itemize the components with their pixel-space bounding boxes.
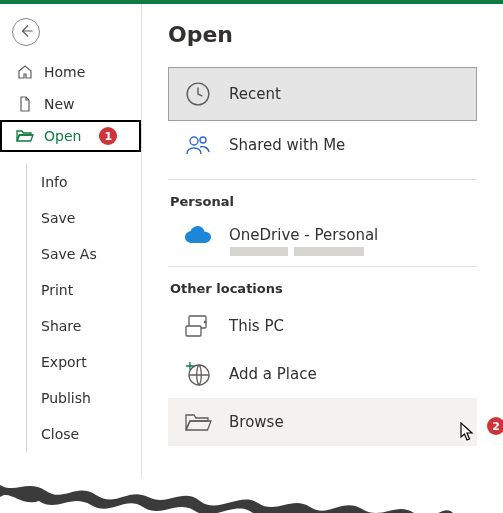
nav-save[interactable]: Save (27, 200, 141, 236)
location-browse[interactable]: Browse (168, 398, 477, 446)
nav-label: Home (44, 64, 85, 80)
cloud-icon (183, 226, 213, 244)
nav-info[interactable]: Info (27, 164, 141, 200)
nav-publish[interactable]: Publish (27, 380, 141, 416)
nav-new[interactable]: New (0, 88, 141, 120)
svg-point-1 (190, 137, 198, 145)
home-icon (16, 63, 34, 81)
nav-share[interactable]: Share (27, 308, 141, 344)
nav-close[interactable]: Close (27, 416, 141, 452)
onedrive-account-redacted (230, 247, 477, 256)
location-label: Recent (229, 85, 281, 103)
location-label: This PC (229, 317, 284, 335)
document-icon (16, 95, 34, 113)
main-panel: Open Recent Shared with Me Personal OneD… (142, 4, 503, 513)
section-personal: Personal (170, 194, 477, 209)
arrow-left-icon (19, 24, 33, 41)
callout-badge-2: 2 (487, 417, 503, 435)
nav-label: Print (41, 282, 73, 298)
folder-open-icon (16, 127, 34, 145)
nav-label: Share (41, 318, 81, 334)
globe-plus-icon (183, 361, 213, 387)
nav-label: Close (41, 426, 79, 442)
location-label: Browse (229, 413, 284, 431)
nav-home[interactable]: Home (0, 56, 141, 88)
sidebar-more-group: Info Save Save As Print Share Export Pub… (26, 164, 141, 452)
pc-icon (183, 315, 213, 337)
nav-label: Open (44, 128, 81, 144)
back-button[interactable] (12, 18, 40, 46)
location-shared[interactable]: Shared with Me (168, 121, 477, 169)
people-icon (183, 134, 213, 156)
nav-export[interactable]: Export (27, 344, 141, 380)
sidebar: Home New Open 1 Info Save Save As Print … (0, 4, 142, 513)
divider (168, 266, 477, 267)
location-recent[interactable]: Recent (168, 67, 477, 121)
page-title: Open (168, 22, 477, 47)
nav-label: New (44, 96, 75, 112)
clock-icon (183, 81, 213, 107)
location-label: Add a Place (229, 365, 317, 383)
location-label: OneDrive - Personal (229, 226, 378, 244)
location-label: Shared with Me (229, 136, 345, 154)
section-other: Other locations (170, 281, 477, 296)
divider (168, 179, 477, 180)
nav-open[interactable]: Open 1 (0, 120, 141, 152)
nav-label: Info (41, 174, 68, 190)
nav-label: Export (41, 354, 87, 370)
nav-save-as[interactable]: Save As (27, 236, 141, 272)
nav-label: Save As (41, 246, 97, 262)
nav-print[interactable]: Print (27, 272, 141, 308)
callout-badge-1: 1 (99, 127, 117, 145)
location-add-place[interactable]: Add a Place (168, 350, 477, 398)
folder-open-icon (183, 412, 213, 432)
nav-label: Publish (41, 390, 91, 406)
svg-rect-4 (186, 326, 201, 336)
svg-point-2 (200, 137, 206, 143)
svg-point-5 (204, 321, 205, 322)
location-this-pc[interactable]: This PC (168, 302, 477, 350)
nav-label: Save (41, 210, 75, 226)
